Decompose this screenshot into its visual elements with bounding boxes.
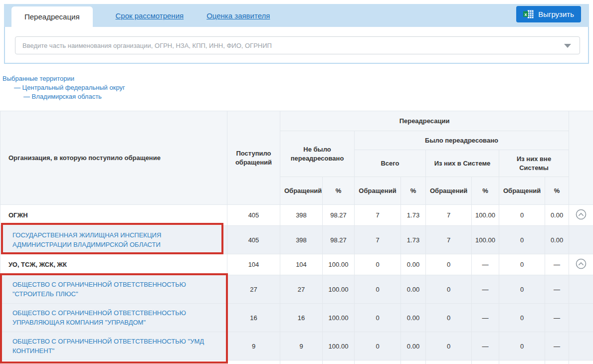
table-row-group-uo: УО, ТСЖ, ЖСК, ЖК 104 104 100.00 0 0.00 0…: [0, 254, 593, 275]
col-header-redirected: Было переадресовано: [355, 131, 569, 150]
col-header-out-system: Из них вне Системы: [499, 150, 569, 177]
cell-value: 0.00: [401, 304, 426, 332]
cell-value: 98.27: [323, 226, 355, 254]
tab-applicant-rating[interactable]: Оценка заявителя: [206, 11, 270, 20]
collapse-group-button[interactable]: [576, 258, 587, 269]
cell-value: —: [545, 275, 569, 304]
cell-value: 100.00: [323, 332, 355, 361]
col-header-percent: %: [401, 177, 426, 205]
organization-link[interactable]: ОБЩЕСТВО С ОГРАНИЧЕННОЙ ОТВЕТСТВЕННОСТЬЮ…: [12, 309, 186, 326]
cell-value: 7: [355, 226, 401, 254]
tab-review-period[interactable]: Срок рассмотрения: [116, 11, 184, 20]
cell-value: 0: [499, 205, 545, 226]
col-header-appeals: Обращений: [355, 177, 401, 205]
organization-link[interactable]: ОБЩЕСТВО С ОГРАНИЧЕННОЙ ОТВЕТСТВЕННОСТЬЮ…: [12, 338, 204, 355]
territory-item-federal-district[interactable]: — Центральный федеральный округ: [14, 83, 125, 92]
cell-value: 0: [355, 332, 401, 361]
cell-value: 0: [355, 254, 401, 275]
table-row-gzhi: ГОСУДАРСТВЕННАЯ ЖИЛИЩНАЯ ИНСПЕКЦИЯ АДМИН…: [0, 226, 593, 254]
col-header-organization: Организация, в которую поступило обращен…: [0, 111, 227, 205]
search-dropdown-icon[interactable]: [564, 44, 571, 48]
table-row-umd-kontinent: ОБЩЕСТВО С ОГРАНИЧЕННОЙ ОТВЕТСТВЕННОСТЬЮ…: [0, 332, 593, 361]
cell-value: 0.00: [401, 275, 426, 304]
cell-value: 9: [227, 332, 280, 361]
cell-value: 1.73: [401, 205, 426, 226]
org-group-name: УО, ТСЖ, ЖСК, ЖК: [0, 254, 227, 275]
cell-value: 27: [227, 275, 280, 304]
cell-value: 0.00: [545, 226, 569, 254]
territory-item-region[interactable]: — Владимирская область: [23, 92, 125, 101]
organization-search-input[interactable]: [15, 36, 580, 54]
collapse-group-button[interactable]: [576, 209, 587, 220]
cell-value: 100.00: [472, 205, 499, 226]
cell-value: —: [545, 332, 569, 361]
cell-value: 0: [499, 304, 545, 332]
cell-value: 405: [227, 226, 280, 254]
col-header-toggle: [569, 111, 593, 205]
cell-value: 0: [426, 254, 472, 275]
cell-value: 7: [426, 226, 472, 254]
chevron-up-circle-icon: [576, 209, 587, 220]
col-header-appeals: Обращений: [280, 177, 323, 205]
organization-link[interactable]: ГОСУДАРСТВЕННАЯ ЖИЛИЩНАЯ ИНСПЕКЦИЯ АДМИН…: [12, 231, 161, 248]
cell-value: —: [545, 254, 569, 275]
cell-value: —: [472, 304, 499, 332]
table-row-upravdom: ОБЩЕСТВО С ОГРАНИЧЕННОЙ ОТВЕТСТВЕННОСТЬЮ…: [0, 304, 593, 332]
cell-value: 9: [280, 332, 323, 361]
search-panel: [5, 27, 588, 54]
export-button-label: Выгрузить: [538, 10, 574, 18]
cell-value: 98.27: [323, 205, 355, 226]
col-header-redirections: Переадресации: [280, 111, 569, 131]
cell-value: 16: [280, 304, 323, 332]
cell-value: 398: [280, 226, 323, 254]
table-row-stroitel-plus: ОБЩЕСТВО С ОГРАНИЧЕННОЙ ОТВЕТСТВЕННОСТЬЮ…: [0, 275, 593, 304]
tab-bar: Переадресация Срок рассмотрения Оценка з…: [4, 4, 589, 27]
cell-value: —: [472, 275, 499, 304]
selected-territories: Выбранные территории — Центральный федер…: [2, 74, 125, 101]
col-header-appeals: Обращений: [499, 177, 545, 205]
cell-value: 1.73: [401, 226, 426, 254]
tab-redirection[interactable]: Переадресация: [11, 6, 93, 27]
cell-value: —: [472, 254, 499, 275]
cell-value: 7: [355, 205, 401, 226]
cell-value: 0: [426, 304, 472, 332]
cell-value: 0: [499, 332, 545, 361]
cell-value: 104: [280, 254, 323, 275]
cell-value: 100.00: [472, 226, 499, 254]
col-header-percent: %: [472, 177, 499, 205]
cell-value: 100.00: [323, 304, 355, 332]
col-header-received: Поступило обращений: [227, 111, 280, 205]
table-row-group-ogzhn: ОГЖН 405 398 98.27 7 1.73 7 100.00 0 0.0…: [0, 205, 593, 226]
cell-value: 16: [227, 304, 280, 332]
export-button[interactable]: x Выгрузить: [516, 6, 581, 22]
col-header-not-redirected: Не было переадресовано: [280, 131, 355, 177]
cell-value: 0: [355, 304, 401, 332]
cell-value: —: [472, 332, 499, 361]
cell-value: 405: [227, 205, 280, 226]
cell-value: 0: [426, 275, 472, 304]
cell-value: 7: [426, 205, 472, 226]
territories-title[interactable]: Выбранные территории: [2, 74, 125, 83]
cell-value: 100.00: [323, 275, 355, 304]
cell-value: 0.00: [545, 205, 569, 226]
cell-value: 398: [280, 205, 323, 226]
col-header-percent: %: [545, 177, 569, 205]
svg-text:x: x: [525, 12, 527, 17]
cell-value: 0: [499, 226, 545, 254]
cell-value: 0: [499, 254, 545, 275]
col-header-appeals: Обращений: [426, 177, 472, 205]
cell-value: 100.00: [323, 254, 355, 275]
table-row-partial: [0, 361, 593, 364]
col-header-in-system: Из них в Системе: [426, 150, 499, 177]
organization-link[interactable]: ОБЩЕСТВО С ОГРАНИЧЕННОЙ ОТВЕТСТВЕННОСТЬЮ…: [12, 281, 186, 298]
cell-value: 0.00: [401, 332, 426, 361]
col-header-percent: %: [323, 177, 355, 205]
cell-value: 104: [227, 254, 280, 275]
cell-value: 27: [280, 275, 323, 304]
col-header-total: Всего: [355, 150, 426, 177]
cell-value: 0: [499, 275, 545, 304]
cell-value: —: [545, 304, 569, 332]
chevron-up-circle-icon: [576, 258, 587, 269]
filter-panel: Переадресация Срок рассмотрения Оценка з…: [4, 4, 589, 64]
excel-icon: x: [523, 10, 534, 18]
